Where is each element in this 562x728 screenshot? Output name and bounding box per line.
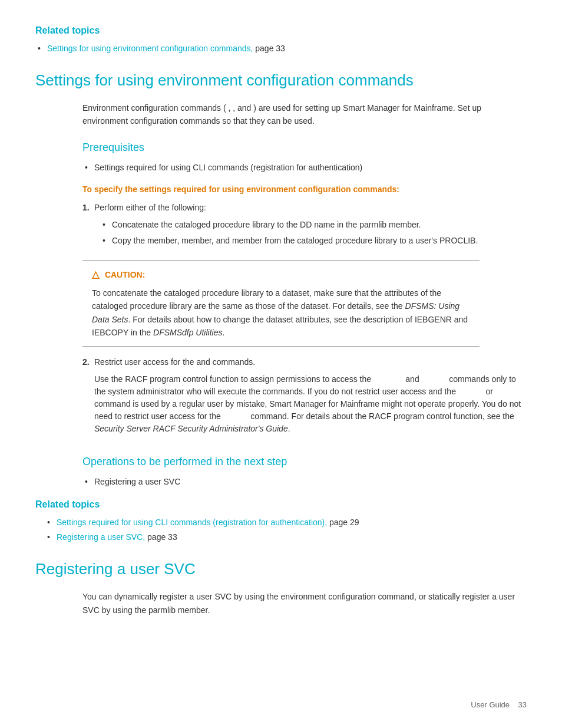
registering-section-title: Registering a user SVC — [35, 558, 527, 581]
step-1-text: Perform either of the following: — [94, 202, 527, 214]
step-1-label: 1. — [35, 202, 94, 251]
related-topics-item-2-2: Registering a user SVC, page 33 — [57, 531, 527, 543]
related-topics-item-1: Settings for using environment configura… — [47, 42, 527, 55]
registering-section-body: You can dynamically register a user SVC … — [35, 590, 527, 617]
caution-box: △ CAUTION: To concatenate the cataloged … — [82, 260, 480, 347]
related-topics-section-2: Related topics Settings required for usi… — [35, 498, 527, 543]
step-2-label: 2. — [35, 356, 94, 440]
prerequisites-heading: Prerequisites — [35, 140, 527, 156]
related-topics-link-1[interactable]: Settings for using environment configura… — [47, 44, 253, 53]
related-topics-section-1: Related topics Settings for using enviro… — [35, 24, 527, 55]
step-2-detail: Use the RACF program control function to… — [94, 373, 527, 435]
caution-italic-1: DFSMS: Using Data Sets — [92, 301, 459, 324]
step-1-subitem-2: Copy the member, member, and member from… — [112, 235, 527, 247]
related-topics-link-2-2[interactable]: Registering a user SVC, — [57, 532, 145, 542]
step-2-italic: Security Server RACF Security Administra… — [94, 424, 288, 433]
step-1-wrapper: 1. Perform either of the following: Conc… — [35, 202, 527, 251]
operations-heading: Operations to be performed in the next s… — [35, 454, 527, 470]
step-1-subitems: Concatenate the cataloged procedure libr… — [94, 219, 527, 247]
page-footer: User Guide 33 — [471, 699, 527, 711]
related-topics-suffix-2-2: page 33 — [145, 532, 177, 542]
related-topics-suffix-2-1: page 29 — [327, 518, 359, 527]
footer-page: 33 — [518, 700, 527, 709]
step-heading: To specify the settings required for usi… — [35, 183, 527, 196]
operations-list: Registering a user SVC — [35, 476, 527, 488]
prerequisites-item-1: Settings required for using CLI commands… — [94, 162, 527, 174]
step-1-subitem-1: Concatenate the cataloged procedure libr… — [112, 219, 527, 231]
step-2-text: Restrict user access for the and command… — [94, 356, 527, 368]
caution-text: To concatenate the cataloged procedure l… — [92, 286, 470, 340]
prerequisites-list: Settings required for using CLI commands… — [35, 162, 527, 174]
settings-section-body: Environment configuration commands ( , ,… — [35, 101, 527, 128]
caution-icon: △ — [92, 268, 99, 282]
footer-text: User Guide — [471, 700, 510, 709]
operations-item-1: Registering a user SVC — [94, 476, 527, 488]
related-topics-heading-1: Related topics — [35, 24, 527, 38]
step-2-content: Restrict user access for the and command… — [94, 356, 527, 440]
step-1-content: Perform either of the following: Concate… — [94, 202, 527, 251]
related-topics-link-2-1[interactable]: Settings required for using CLI commands… — [57, 518, 327, 527]
related-topics-heading-2: Related topics — [35, 498, 527, 512]
related-topics-item-2-1: Settings required for using CLI commands… — [57, 516, 527, 529]
related-topics-list-1: Settings for using environment configura… — [35, 42, 527, 55]
caution-title: △ CAUTION: — [92, 268, 470, 282]
related-topics-list-2: Settings required for using CLI commands… — [35, 516, 527, 543]
caution-italic-2: DFSMSdfp Utilities — [153, 328, 222, 337]
related-topics-suffix-1: page 33 — [253, 44, 285, 53]
step-2-wrapper: 2. Restrict user access for the and comm… — [35, 356, 527, 440]
settings-section-title: Settings for using environment configura… — [35, 69, 527, 92]
